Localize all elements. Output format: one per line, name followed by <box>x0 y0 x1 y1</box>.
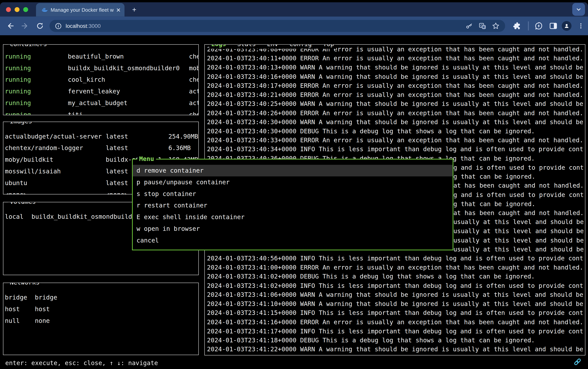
logs-other-tab[interactable]: Stats <box>237 44 256 48</box>
minimize-window-button[interactable] <box>15 7 20 12</box>
log-line: 2024-01-03T23:41:18+0000 DEBUG This is a… <box>205 336 585 345</box>
image-tag: latest <box>106 165 128 177</box>
container-name: my_actual_budget <box>68 97 127 109</box>
menu-item[interactable]: cancel <box>133 235 453 246</box>
network-row[interactable]: null none <box>3 315 198 327</box>
site-info-icon[interactable] <box>55 22 62 30</box>
logs-tab-strip: Logs — Stats — Env — Config — Top <box>209 44 336 49</box>
container-row[interactable]: running fervent_leakey act <box>3 86 198 97</box>
menu-item[interactable]: E exec shell inside container <box>133 211 453 223</box>
image-row[interactable]: actualbudget/actual-server latest 254.90… <box>3 131 198 142</box>
translate-icon[interactable]: G文 <box>479 22 486 30</box>
macos-traffic-lights <box>6 7 28 12</box>
log-line: 2024-01-03T23:40:13+0000 WARN A warning … <box>205 63 585 72</box>
log-line: 2024-01-03T23:41:06+0000 WARN A warning … <box>205 291 585 300</box>
toolbar-divider <box>528 21 529 30</box>
network-row[interactable]: host host <box>3 303 198 315</box>
zoom-window-button[interactable] <box>23 7 28 12</box>
container-row[interactable]: running my_actual_budget act <box>3 97 198 109</box>
screen: Manage your Docker fleet wit ✕ + <box>0 0 588 369</box>
tab-logs[interactable]: Logs <box>211 44 226 48</box>
network-name: host <box>5 303 20 315</box>
container-status: running <box>5 109 31 115</box>
log-line: 2024-01-03T23:40:21+0000 ERROR An error … <box>205 91 585 100</box>
container-image: che <box>189 109 199 115</box>
container-status: running <box>5 86 31 97</box>
browser-menu-kebab-icon[interactable] <box>578 22 584 30</box>
back-button[interactable] <box>6 22 14 30</box>
menu-item[interactable]: r restart container <box>133 200 453 211</box>
log-line: 2024-01-03T23:41:16+0000 ERROR An error … <box>205 318 585 327</box>
address-bar[interactable]: localhost:3000 G文 <box>49 20 505 32</box>
reload-button[interactable] <box>36 22 44 30</box>
network-row[interactable]: bridge bridge <box>3 292 198 303</box>
log-line: 2024-01-03T23:40:16+0000 WARN A warning … <box>205 72 585 82</box>
network-name: null <box>5 315 20 327</box>
extensions-puzzle-icon[interactable] <box>513 22 521 30</box>
image-row[interactable]: chentex/random-logger latest 6.36MB <box>3 142 198 154</box>
container-status: running <box>5 51 31 62</box>
container-image: che <box>189 74 199 86</box>
images-panel-title: Images <box>8 122 34 126</box>
docker-tui-page: Containers running beautiful_brown che r… <box>0 35 588 369</box>
log-line: 2024-01-03T23:41:15+0000 INFO This is le… <box>205 309 585 318</box>
menu-item[interactable]: d remove container <box>133 165 453 176</box>
forward-button[interactable] <box>21 22 29 30</box>
container-image: act <box>189 97 199 109</box>
image-size: 6.36MB <box>168 142 191 154</box>
container-name: fervent_leakey <box>68 86 120 97</box>
container-image: che <box>189 51 199 62</box>
close-window-button[interactable] <box>6 7 11 12</box>
side-panel-icon[interactable] <box>549 22 558 30</box>
container-status: running <box>5 62 31 74</box>
networks-panel: Networks bridge bridge host host null no… <box>3 283 199 355</box>
tab-separator: — <box>312 44 323 48</box>
browser-tab[interactable]: Manage your Docker fleet wit ✕ <box>36 3 124 16</box>
image-size: 254.90MB <box>168 131 198 142</box>
menu-item[interactable]: p pause/unpause container <box>133 176 453 188</box>
image-tag: <none> <box>106 189 128 195</box>
logs-other-tab[interactable]: Top <box>323 44 334 48</box>
menu-title: Menu <box>137 155 156 164</box>
network-driver: host <box>35 303 50 315</box>
log-line: 2024-01-03T23:40:17+0000 ERROR An error … <box>205 81 585 91</box>
log-line: 2024-01-03T23:41:22+0000 WARN A warning … <box>205 345 585 354</box>
tab-title: Manage your Docker fleet wit <box>50 7 114 13</box>
container-row[interactable]: running beautiful_brown che <box>3 51 198 62</box>
browser-tab-bar: Manage your Docker fleet wit ✕ + <box>0 2 588 17</box>
log-line: 2024-01-03T23:41:17+0000 INFO This is le… <box>205 327 585 336</box>
logs-other-tab[interactable]: Env <box>267 44 278 48</box>
volumes-panel-title: Volumes <box>8 202 38 206</box>
menu-item[interactable]: w open in browser <box>133 223 453 235</box>
menu-item[interactable]: s stop container <box>133 188 453 200</box>
volume-driver: local <box>5 211 24 223</box>
tab-close-icon[interactable]: ✕ <box>116 7 121 13</box>
tab-separator: — <box>278 44 289 48</box>
image-tag: latest <box>106 131 128 142</box>
network-driver: none <box>35 315 50 327</box>
tab-search-button[interactable] <box>572 3 585 16</box>
energy-saver-icon[interactable] <box>534 22 543 30</box>
image-name: mosswill/isaiah <box>5 165 61 177</box>
new-tab-button[interactable]: + <box>130 6 138 14</box>
container-name: buildx_buildkit_osmondbuilder0 <box>68 62 180 74</box>
container-image: act <box>189 86 199 97</box>
bookmark-star-icon[interactable] <box>491 22 500 30</box>
container-row[interactable]: running titi che <box>3 109 198 115</box>
svg-text:文: 文 <box>483 25 486 28</box>
password-key-icon[interactable] <box>465 22 473 30</box>
image-tag: latest <box>106 142 128 154</box>
container-row[interactable]: running cool_kirch che <box>3 74 198 86</box>
image-tag: latest <box>106 177 128 189</box>
logs-other-tab[interactable]: Config <box>289 44 312 48</box>
container-row[interactable]: running buildx_buildkit_osmondbuilder0 m… <box>3 62 198 74</box>
volume-name: buildx_buildkit_osmondbuild <box>31 211 132 223</box>
log-line: 2024-01-03T23:41:10+0000 WARN A warning … <box>205 299 585 309</box>
log-line: 2024-01-03T23:40:34+0000 INFO This is le… <box>205 145 585 154</box>
networks-panel-title: Networks <box>8 283 41 287</box>
container-status: running <box>5 74 31 86</box>
profile-avatar[interactable] <box>562 21 571 31</box>
network-name: bridge <box>5 292 27 303</box>
log-line: 2024-01-03T23:40:33+0000 ERROR An error … <box>205 136 585 145</box>
link-icon[interactable] <box>573 357 582 366</box>
